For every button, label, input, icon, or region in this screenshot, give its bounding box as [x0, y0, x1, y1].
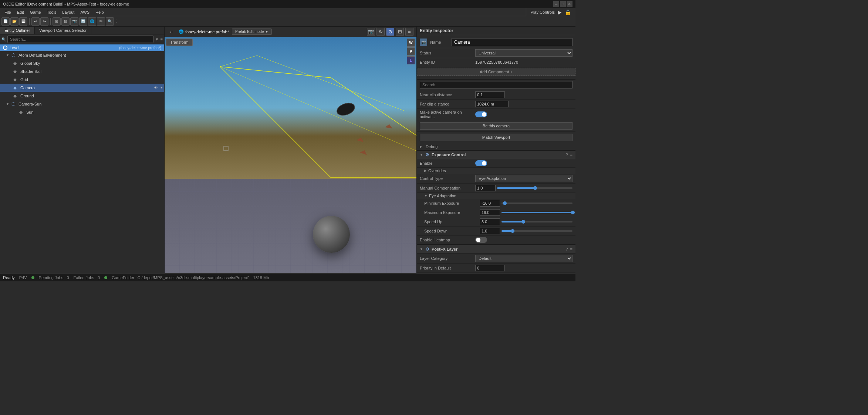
tree-vis-camera[interactable]: 👁: [153, 85, 158, 90]
match-viewport-button[interactable]: Match Viewport: [420, 134, 573, 141]
speed-up-thumb[interactable]: [521, 220, 525, 224]
max-exposure-input[interactable]: [480, 209, 500, 216]
make-active-switch[interactable]: [475, 111, 487, 117]
play-button[interactable]: ▶: [558, 9, 562, 15]
max-exposure-thumb[interactable]: [571, 211, 575, 214]
menu-tools[interactable]: Tools: [44, 8, 60, 16]
viewport-back-button[interactable]: ←: [168, 29, 176, 35]
layer-category-select[interactable]: Default: [475, 255, 573, 262]
toolbar-search[interactable]: 🔍: [106, 17, 114, 26]
tree-more-shaderball[interactable]: +: [159, 69, 164, 74]
tree-vis-shaderball[interactable]: +: [153, 69, 158, 74]
vp-ctrl-refresh[interactable]: ↻: [376, 28, 385, 36]
toolbar-rotate[interactable]: 🔄: [79, 17, 87, 26]
toolbar-redo[interactable]: ↪: [40, 17, 48, 26]
status-select[interactable]: Universal: [475, 49, 573, 57]
toolbar-save[interactable]: 💾: [19, 17, 27, 26]
menu-help[interactable]: Help: [92, 8, 107, 16]
enable-toggle[interactable]: [475, 160, 487, 166]
wpl-p-button[interactable]: P: [407, 47, 415, 56]
filter-icon[interactable]: ▼: [155, 37, 159, 41]
maximize-button[interactable]: □: [560, 1, 566, 7]
tree-more-ground[interactable]: +: [159, 93, 164, 98]
wpl-w-button[interactable]: W: [407, 39, 415, 47]
tree-vis-ground[interactable]: +: [153, 93, 158, 98]
tree-more-sun[interactable]: +: [159, 110, 164, 115]
tree-more-camera-sun[interactable]: +: [159, 101, 164, 107]
toolbar-new[interactable]: 📄: [1, 17, 10, 26]
toolbar-open[interactable]: 📂: [10, 17, 18, 26]
tree-label-sun: Sun: [26, 110, 152, 114]
viewport-canvas[interactable]: Z X Y ✛ ↔ ↺ ⤡ W P L: [165, 37, 416, 273]
menu-aws[interactable]: AWS: [77, 8, 92, 16]
exposure-section-header[interactable]: ▼ ⚙ Exposure Control ? ≡: [417, 151, 575, 159]
tree-vis-globalsky[interactable]: +: [153, 61, 158, 66]
menu-game[interactable]: Game: [27, 8, 44, 16]
tree-item-ground[interactable]: ◆ Ground + +: [0, 92, 164, 100]
exposure-help-icon[interactable]: ?: [565, 153, 568, 157]
tree-item-atom-default[interactable]: ▼ ⬡ Atom Default Environment 👁 +: [0, 51, 164, 59]
lock-button[interactable]: 🔒: [565, 9, 571, 15]
far-clip-input[interactable]: [475, 101, 509, 107]
tree-item-camera-sun[interactable]: ▼ ⬡ Camera-Sun + +: [0, 100, 164, 108]
exposure-menu-icon[interactable]: ≡: [570, 153, 573, 157]
speed-down-thumb[interactable]: [511, 229, 514, 233]
menu-layout[interactable]: Layout: [59, 8, 77, 16]
menu-file[interactable]: File: [1, 8, 14, 16]
postfx-menu-icon[interactable]: ≡: [570, 247, 573, 251]
control-type-select[interactable]: Eye Adaptation: [475, 175, 573, 182]
tree-lock-atom[interactable]: +: [159, 53, 164, 58]
outliner-search-input[interactable]: [7, 36, 153, 43]
heatmap-toggle[interactable]: [475, 237, 487, 243]
tree-item-camera[interactable]: ◆ Camera 👁 +: [0, 84, 164, 92]
add-component-button[interactable]: Add Component +: [417, 68, 575, 76]
toolbar-camera[interactable]: 📷: [70, 17, 78, 26]
tree-item-shader-ball[interactable]: ◆ Shader Ball + +: [0, 67, 164, 76]
tree-more-grid[interactable]: +: [159, 77, 164, 82]
entity-name-input[interactable]: [452, 38, 573, 46]
transform-button[interactable]: Transform: [166, 39, 193, 46]
vp-ctrl-layout[interactable]: ⊞: [396, 28, 404, 36]
eye-adaptation-subsection[interactable]: ▼ Eye Adaptation: [417, 193, 575, 199]
tab-entity-outliner[interactable]: Entity Outliner: [0, 27, 35, 34]
debug-row[interactable]: ▶ Debug: [417, 143, 575, 150]
manual-comp-thumb[interactable]: [533, 186, 537, 190]
menu-edit[interactable]: Edit: [14, 8, 27, 16]
options-icon[interactable]: ≡: [161, 37, 163, 41]
toolbar-view[interactable]: 👁: [97, 17, 105, 26]
speed-down-input[interactable]: [480, 228, 500, 234]
overrides-subsection[interactable]: ▶ Overrides: [417, 168, 575, 174]
heatmap-row: Enable Heatmap: [417, 236, 575, 244]
vp-ctrl-menu[interactable]: ≡: [405, 28, 413, 36]
toolbar-grid[interactable]: ⊟: [61, 17, 70, 26]
postfx-help-icon[interactable]: ?: [565, 247, 568, 251]
speed-up-input[interactable]: [480, 218, 500, 225]
toolbar-undo[interactable]: ↩: [31, 17, 40, 26]
inspector-search-input[interactable]: [420, 81, 573, 88]
tree-vis-camera-sun[interactable]: +: [153, 101, 158, 107]
be-camera-button[interactable]: Be this camera: [420, 122, 573, 130]
postfx-section-header[interactable]: ▼ ⚙ PostFX Layer ? ≡: [417, 245, 575, 254]
tree-more-globalsky[interactable]: +: [159, 61, 164, 66]
tab-viewport-camera[interactable]: Viewport Camera Selector: [35, 27, 91, 34]
minimize-button[interactable]: ─: [553, 1, 559, 7]
min-exposure-thumb[interactable]: [503, 201, 507, 205]
tree-item-grid[interactable]: ◆ Grid + +: [0, 76, 164, 84]
tree-more-camera[interactable]: +: [159, 85, 164, 90]
vp-ctrl-toggle[interactable]: ⊙: [386, 28, 394, 36]
near-clip-input[interactable]: [475, 91, 505, 98]
manual-comp-input[interactable]: [475, 185, 496, 191]
tree-vis-grid[interactable]: +: [153, 77, 158, 82]
viewport-mode-button[interactable]: Prefab Edit mode ▼: [232, 29, 272, 35]
toolbar-snap[interactable]: ⊞: [53, 17, 61, 26]
priority-input[interactable]: [475, 265, 505, 271]
vp-ctrl-camera[interactable]: 📷: [367, 28, 375, 36]
tree-item-global-sky[interactable]: ◆ Global Sky + +: [0, 59, 164, 67]
tree-vis-sun[interactable]: +: [153, 110, 158, 115]
wpl-l-button[interactable]: L: [407, 56, 415, 64]
tree-item-sun[interactable]: ◆ Sun + +: [0, 108, 164, 116]
close-button[interactable]: ✕: [567, 1, 573, 7]
toolbar-globe[interactable]: 🌐: [88, 17, 96, 26]
min-exposure-input[interactable]: [480, 200, 500, 207]
tree-vis-atom[interactable]: 👁: [153, 53, 158, 58]
